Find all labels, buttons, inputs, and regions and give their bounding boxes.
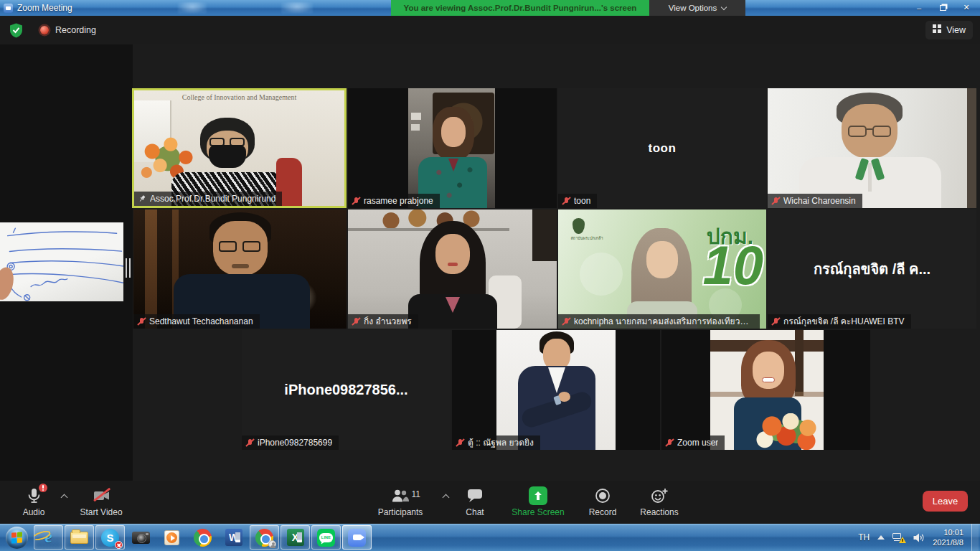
video-feed	[452, 330, 660, 450]
view-label: View	[946, 25, 966, 35]
muted-mic-icon	[771, 197, 780, 206]
video-feed	[661, 330, 870, 450]
video-tile-zoom-user[interactable]: Zoom user	[661, 330, 870, 450]
video-feed	[133, 209, 347, 329]
muted-mic-icon	[245, 438, 254, 448]
taskbar-excel-icon[interactable]: X	[281, 525, 310, 550]
audio-alert-badge	[39, 484, 47, 492]
windows-logo-icon	[11, 532, 22, 543]
record-icon	[594, 487, 611, 504]
view-options-label: View Options	[669, 4, 717, 12]
video-tile-king[interactable]: กิ้ง อำนวยพร	[348, 209, 557, 329]
share-screen-button[interactable]: Share Screen	[506, 481, 570, 524]
chat-label: Chat	[466, 507, 484, 517]
participants-button[interactable]: 11 Participants	[373, 481, 428, 524]
show-desktop-button[interactable]	[971, 524, 979, 551]
show-hidden-icons-button[interactable]	[877, 535, 885, 540]
video-feed	[348, 209, 557, 329]
share-screen-label: Share Screen	[512, 507, 564, 517]
overlay-number: 10	[702, 238, 763, 293]
participants-icon	[390, 488, 410, 504]
leave-button[interactable]: Leave	[923, 491, 968, 512]
share-screen-icon	[529, 486, 547, 505]
video-tile-bundit[interactable]: College of Innovation and Management	[132, 88, 347, 208]
participants-label: Participants	[378, 507, 423, 517]
language-indicator[interactable]: TH	[858, 532, 870, 542]
reactions-label: Reactions	[640, 507, 678, 517]
reactions-smiley-icon	[650, 487, 669, 504]
taskbar-clock[interactable]: 10:01 2021/8/8	[933, 527, 963, 547]
participant-name-tag: Sedthawut Techachananan	[133, 314, 260, 329]
chevron-down-icon	[721, 4, 727, 9]
participant-name: กรณ์กุลขจิต /ลี คะHUAWEI BTV	[783, 316, 905, 326]
muted-mic-icon	[352, 197, 360, 206]
flower-bouquet	[750, 413, 822, 450]
profile-badge	[268, 540, 276, 548]
participant-name-tag: toon	[558, 194, 597, 208]
reactions-button[interactable]: Reactions	[634, 481, 684, 524]
muted-mic-icon	[562, 197, 570, 206]
audio-button[interactable]: Audio	[11, 481, 56, 524]
window-title: Zoom Meeting	[17, 3, 72, 13]
video-feed: สถาบันพระปกเกล้า ปกม. 10	[558, 209, 766, 329]
taskbar-media-player-icon[interactable]	[157, 525, 187, 550]
network-status-icon[interactable]	[892, 532, 905, 543]
window-reflection	[281, 2, 313, 14]
taskbar-chrome-profile-icon[interactable]	[250, 525, 279, 550]
taskbar-zoom-icon[interactable]	[342, 525, 372, 550]
restore-icon	[940, 5, 946, 11]
panel-resize-grip[interactable]	[126, 258, 131, 278]
audio-options-caret[interactable]	[61, 494, 68, 501]
taskbar-word-icon[interactable]: W	[219, 525, 248, 550]
minimize-button[interactable]: –	[908, 1, 930, 14]
taskbar-chrome-icon[interactable]	[188, 525, 217, 550]
view-layout-button[interactable]: View	[925, 21, 973, 39]
participants-count: 11	[412, 489, 420, 499]
camera-icon	[132, 532, 150, 544]
start-video-label: Start Video	[80, 507, 122, 517]
video-tile-iphone[interactable]: iPhone09827856... iPhone0982785699	[242, 330, 451, 450]
participant-name: Sedthawut Techachananan	[149, 316, 253, 326]
video-tile-kornkulkajit[interactable]: กรณ์กุลขจิต /ลี ค... กรณ์กุลขจิต /ลี คะH…	[768, 209, 976, 329]
recording-indicator-icon	[40, 26, 49, 34]
participant-name-tag: Assoc.Prof.Dr.Bundit Pungnirund	[134, 192, 282, 206]
video-tile-sedthawut[interactable]: Sedthawut Techachananan	[133, 209, 347, 329]
participant-name: kochnipha นายกสมาคมส่งเสริมการท่องเที่ยว…	[574, 316, 753, 326]
participant-name-tag: kochnipha นายกสมาคมส่งเสริมการท่องเที่ยว…	[558, 314, 760, 329]
chat-button[interactable]: Chat	[453, 481, 496, 524]
window-reflection	[178, 2, 207, 14]
volume-icon[interactable]	[913, 532, 925, 543]
security-shield-icon[interactable]	[9, 23, 23, 38]
viewing-share-banner: You are viewing Assoc.Prof.Dr.Bundit Pun…	[391, 0, 649, 16]
participant-name: rasamee prabjone	[364, 196, 433, 206]
video-tile-toon[interactable]: toon toon	[558, 88, 766, 208]
shared-screen-area	[0, 44, 133, 481]
participant-name: Assoc.Prof.Dr.Bundit Pungnirund	[150, 194, 275, 204]
record-button[interactable]: Record	[580, 481, 626, 524]
play-icon	[164, 530, 179, 545]
view-options-button[interactable]: View Options	[649, 0, 745, 16]
pin-icon	[138, 194, 146, 203]
muted-mic-icon	[352, 317, 360, 326]
taskbar-camera-app-icon[interactable]	[126, 525, 156, 550]
taskbar-skype-icon[interactable]: S	[95, 525, 125, 550]
taskbar-internet-explorer-icon[interactable]: e	[34, 525, 63, 550]
video-stage: College of Innovation and Management	[0, 44, 980, 481]
participants-options-caret[interactable]	[443, 494, 450, 501]
participant-name-tag: กิ้ง อำนวยพร	[348, 314, 418, 329]
video-tile-nattapon[interactable]: ตู้ :: ณัฐพล ยวดยิ่ง	[452, 330, 660, 450]
taskbar-line-icon[interactable]: LINE	[311, 525, 341, 550]
close-button[interactable]: ✕	[955, 1, 978, 14]
restore-button[interactable]	[931, 1, 954, 14]
participant-name: กิ้ง อำนวยพร	[364, 316, 412, 326]
chat-bubble-icon	[466, 488, 484, 504]
taskbar-file-explorer-icon[interactable]	[65, 525, 94, 550]
video-feed: College of Innovation and Management	[134, 90, 344, 206]
start-button[interactable]	[0, 524, 33, 551]
skype-offline-badge	[115, 541, 123, 549]
video-tile-rasamee[interactable]: rasamee prabjone	[348, 88, 557, 208]
video-tile-kochnipha[interactable]: สถาบันพระปกเกล้า ปกม. 10 kochnipha นายกส…	[558, 209, 766, 329]
start-video-button[interactable]: Start Video	[75, 481, 128, 524]
video-tile-wichai[interactable]: Wichai Charoensin	[768, 88, 976, 208]
audio-label: Audio	[23, 507, 45, 517]
